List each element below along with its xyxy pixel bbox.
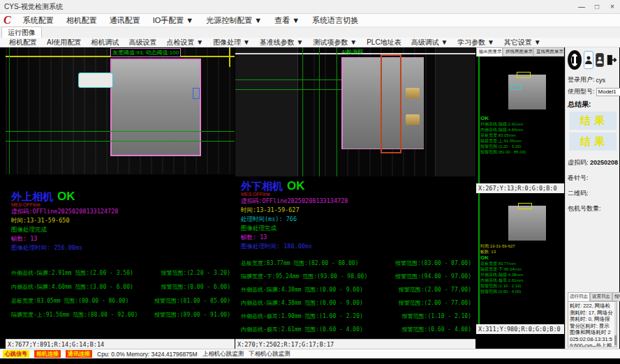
- mini-ok-status: OK: [480, 115, 563, 121]
- user-icon: [596, 56, 603, 64]
- mini-line: 外侧基线-隔膜:4.38mm: [480, 272, 563, 278]
- pixel-coordinates: X:270;Y:2502;R:17;G:17;B:17: [235, 339, 475, 349]
- tool-advanced-debug[interactable]: 高级调试 ▼: [406, 38, 453, 47]
- green-vline: [478, 193, 480, 324]
- pause-button[interactable]: [568, 50, 582, 70]
- model-input[interactable]: [596, 88, 620, 96]
- alarm-range: 报警范围:(2.00 - 77.00): [399, 286, 471, 299]
- log-output[interactable]: 耗时: 222, 网络检测耗时: 17, 网络分类耗时: 0, 网络报警分区耗时…: [568, 301, 617, 347]
- status-ok: OK: [57, 190, 75, 204]
- detected-cell-region: [110, 59, 201, 156]
- machine-structure-left: [235, 47, 298, 176]
- maximize-button[interactable]: □: [589, 3, 605, 10]
- machine-structure-right: [435, 47, 475, 176]
- measurement-row: 内侧基线-隔膜:4.60mm 范围:(3.00 - 6.00) 报警范围:(0.…: [11, 283, 230, 297]
- menu-light-config[interactable]: 光源控制配置 ▼: [200, 15, 268, 26]
- virtual-barcode: 虚拟码:OFFline20250208133124728: [11, 207, 235, 216]
- tab-run-log[interactable]: 运行日志: [568, 292, 590, 301]
- exit-button[interactable]: [606, 52, 617, 68]
- mini-line: 报警范围:(1.10 - 2.10): [480, 283, 563, 289]
- yellow-roi-mark: [518, 203, 532, 209]
- mini-result-text: OK 外侧基线-隔膜:2.91mm 内侧基线-隔膜:4.60mm 基板宽度:83…: [480, 115, 563, 155]
- close-button[interactable]: ×: [605, 3, 620, 10]
- result-box-lower: 结果: [569, 132, 617, 151]
- process-done: 图像处理完成: [11, 225, 235, 234]
- upper-camera-heartbeat: 上相机心跳监测: [202, 350, 244, 358]
- pause-icon: [576, 56, 578, 63]
- log-scrollbar[interactable]: [614, 302, 617, 347]
- green-vline-2: [319, 47, 320, 176]
- tool-ai-config[interactable]: AI使用配置: [42, 38, 86, 47]
- tool-test-params[interactable]: 测试项参数 ▼: [309, 38, 362, 47]
- green-hline-2: [6, 141, 235, 142]
- login-user-label: 登录用户:: [568, 75, 595, 84]
- mini-line: 隔膜宽度-下:95.24mm: [480, 266, 563, 272]
- result-box-upper: 结果: [569, 112, 617, 130]
- model-label: 使用型号:: [568, 87, 595, 96]
- lower-camera-image[interactable]: AI检测框: [235, 47, 475, 176]
- upper-camera-panel: 灰度阈值:93, 动态阈值:100 外上相机 OK MES:OFFline 虚拟…: [6, 47, 235, 349]
- measurement-row: 外侧基线-隔膜:2.91mm 范围:(2.00 - 3.50) 报警范围:(2.…: [11, 269, 230, 283]
- user-login-button[interactable]: [584, 51, 593, 69]
- main-area: 灰度阈值:93, 动态阈值:100 外上相机 OK MES:OFFline 虚拟…: [0, 47, 620, 349]
- menu-system-config[interactable]: 系统配置: [17, 15, 60, 26]
- tab-highlight-2: [406, 114, 420, 125]
- title-bar: CYS-视觉检测系统 — □ ×: [0, 0, 620, 14]
- menu-view[interactable]: 查看 ▼: [268, 15, 306, 26]
- tool-other-settings[interactable]: 其它设置 ▼: [499, 38, 546, 47]
- process-ms: 处理时间(ms): 766: [241, 215, 475, 224]
- mini-line: 报警范围:(81.00 - 85.00): [480, 149, 563, 155]
- exit-door-icon: [606, 54, 617, 66]
- tab-settings-log[interactable]: 设置日志: [590, 292, 612, 301]
- menu-comm-config[interactable]: 通讯配置: [103, 15, 147, 26]
- tab-line-view[interactable]: 直线画面展示: [533, 47, 564, 56]
- tool-camera-config[interactable]: 相机配置: [4, 38, 42, 47]
- measurement-value: 外侧基线-极耳:1.90mm 范围:(1.00 - 2.20): [241, 312, 363, 326]
- mini-warn-line: 时间:13-31-59-627: [480, 243, 563, 249]
- log-tabs: 运行日志 设置日志 报错日志: [568, 292, 617, 301]
- alarm-range: 报警范围:(0.60 - 4.00): [402, 326, 471, 339]
- mini-cell-region: [508, 75, 546, 109]
- ai-detect-box: [381, 54, 401, 153]
- toolbar: 相机配置 AI使用配置 相机调试 高级设置 点检设置 ▼ 图像处理 ▼ 基准线参…: [0, 38, 620, 47]
- mini-line: 隔膜宽度-上:91.56mm: [480, 138, 563, 144]
- menu-language-switch[interactable]: 系统语言切换: [306, 15, 364, 26]
- tool-learning-params[interactable]: 学习参数 ▼: [452, 38, 499, 47]
- tab-error-log[interactable]: 报错日志: [612, 292, 620, 301]
- mini-view-bottom[interactable]: 时间:13-31-59-627 帧数: 13 OK 基板宽度:83.77mm 隔…: [476, 193, 564, 324]
- menu-io-config[interactable]: IO手配置 ▼: [147, 15, 200, 26]
- alarm-range: 报警范围:(1.10 - 2.10): [402, 312, 471, 326]
- pixel-coordinates: X:7677;Y:891;R:14;G:14;B:14: [6, 339, 235, 349]
- tool-spot-check[interactable]: 点检设置 ▼: [161, 38, 208, 47]
- minimize-button[interactable]: —: [574, 3, 589, 10]
- heartbeat-badge: 心跳信号: [3, 350, 29, 358]
- timestamp: 时间:13-31-59-627: [241, 206, 475, 215]
- upper-camera-image[interactable]: 灰度阈值:93, 动态阈值:100: [6, 47, 235, 174]
- mini-line: 基板宽度:83.77mm: [480, 261, 563, 266]
- tab-run-image[interactable]: 运行图像: [1, 26, 42, 38]
- tab-splice-view[interactable]: 拼线画面展示: [503, 47, 533, 56]
- upper-camera-info: 外上相机 OK MES:OFFline 虚拟码:OFFline202502081…: [6, 174, 235, 339]
- user-icon: [584, 55, 593, 65]
- tool-camera-debug[interactable]: 相机调试: [86, 38, 124, 47]
- window-title: CYS-视觉检测系统: [0, 2, 574, 12]
- connector-object: [78, 73, 113, 88]
- mini-ok-status: OK: [480, 255, 563, 261]
- tab-output-image[interactable]: 输出图显示: [476, 47, 503, 56]
- mini-view-top[interactable]: OK 外侧基线-隔膜:2.91mm 内侧基线-隔膜:4.60mm 基板宽度:83…: [476, 56, 564, 183]
- tool-plc-address[interactable]: PLC地址表: [362, 38, 406, 47]
- user-switch-button[interactable]: [596, 53, 604, 67]
- mini-result-text: 时间:13-31-59-627 帧数: 13 OK 基板宽度:83.77mm 隔…: [480, 243, 563, 294]
- app-window: CYS-视觉检测系统 — □ × C 系统配置 相机配置 通讯配置 IO手配置 …: [0, 0, 620, 358]
- log-scrollbar-thumb[interactable]: [614, 335, 617, 345]
- ai-box-label: AI检测框: [341, 48, 364, 56]
- machine-count-label: 包机号数量:: [568, 204, 617, 213]
- process-time: 图像处理时间: 180.00ms: [241, 242, 475, 251]
- mini-line: 内侧基线-极耳:2.61mm: [480, 278, 563, 283]
- tool-advanced-settings[interactable]: 高级设置: [124, 38, 161, 47]
- tool-baseline-params[interactable]: 基准线参数 ▼: [255, 38, 309, 47]
- threshold-label: 灰度阈值:93, 动态阈值:100: [110, 48, 181, 57]
- tool-image-processing[interactable]: 图像处理 ▼: [208, 38, 255, 47]
- mini-view-tabs: 输出图显示 拼线画面展示 直线画面展示: [476, 47, 564, 56]
- menu-camera-config[interactable]: 相机配置: [60, 15, 103, 26]
